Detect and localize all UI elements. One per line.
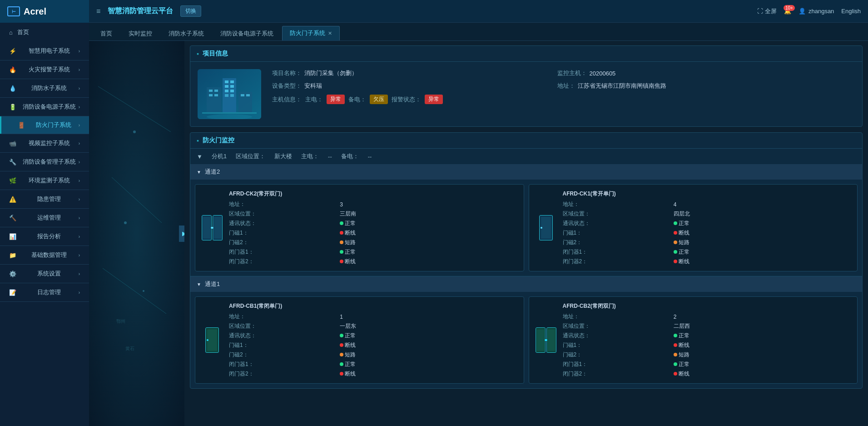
project-icon: ▪: [197, 50, 199, 57]
sidebar-group-header-7[interactable]: 🌿环境监测子系统›: [0, 171, 89, 190]
ck2-door1-label: 门磁1：: [229, 229, 334, 237]
sidebar-group-label-9: 运维管理: [37, 214, 61, 222]
sidebar-group-header-8[interactable]: ⚠️隐患管理›: [0, 190, 89, 208]
tab-close-icon[interactable]: ✕: [328, 30, 332, 36]
project-host-label: 监控主机：: [557, 69, 587, 77]
tab-home[interactable]: 首页: [93, 26, 120, 40]
language-button[interactable]: English: [841, 8, 861, 15]
alarm-label: 报警状态：: [392, 95, 421, 104]
svg-rect-15: [230, 90, 234, 92]
backup-badge: 欠压: [370, 95, 388, 104]
fullscreen-icon: ⛶: [757, 8, 763, 15]
device-card-cb1: AFRD-CB1(常闭单门) 地址： 1 区域位置： 一层东 通讯状态：: [195, 296, 524, 384]
svg-rect-17: [230, 94, 234, 97]
sidebar-group-header-9[interactable]: 🔨运维管理›: [0, 209, 89, 227]
sidebar-item-home[interactable]: ⌂ 首页: [0, 23, 89, 42]
bell-button[interactable]: 🔔 10+: [784, 8, 791, 15]
logo: ⊢ Acrel: [0, 0, 89, 23]
sidebar-group-header-4[interactable]: 🚪防火门子系统›: [0, 116, 89, 134]
sidebar-group-chevron-5: ›: [79, 141, 80, 146]
username: zhangsan: [808, 8, 834, 15]
sidebar-group-label-12: 系统设置: [37, 270, 61, 278]
sidebar-group-4: 🚪防火门子系统›: [0, 116, 89, 134]
sidebar-group-7: 🌿环境监测子系统›: [0, 171, 89, 190]
sidebar-group-icon-10: 📊: [9, 233, 16, 240]
sidebar-group-header-13[interactable]: 📝日志管理›: [0, 283, 89, 301]
home-label: 首页: [17, 28, 29, 36]
home-icon: ⌂: [9, 29, 13, 36]
device-icon-cb1: [201, 302, 223, 378]
tab-water[interactable]: 消防水子系统: [161, 26, 212, 40]
menu-icon[interactable]: ≡: [96, 7, 100, 15]
sidebar-group-11: 📁基础数据管理›: [0, 246, 89, 265]
sidebar-group-0: ⚡智慧用电子系统›: [0, 42, 89, 60]
sidebar-group-2: 💧消防水子系统›: [0, 79, 89, 98]
project-info-header: ▪ 项目信息: [190, 46, 862, 62]
channel-1: ▼ 通道1: [190, 276, 862, 388]
svg-line-2: [103, 268, 166, 314]
device-card-ck1: AFRD-CK1(常开单门) 地址： 4 区域位置： 四层北 通讯状态：: [529, 184, 858, 271]
tab-realtime[interactable]: 实时监控: [121, 26, 160, 40]
sidebar-group-label-5: 视频监控子系统: [29, 139, 70, 147]
sidebar-group-icon-4: 🚪: [18, 122, 25, 129]
single-open-door-icon: [537, 215, 555, 241]
branch-backup-label: 备电：: [341, 152, 359, 160]
sidebar-groups: ⚡智慧用电子系统›🔥火灾报警子系统›💧消防水子系统›🔋消防设备电源子系统›🚪防火…: [0, 42, 89, 302]
sidebar-group-header-10[interactable]: 📊报告分析›: [0, 227, 89, 246]
sidebar-group-icon-7: 🌿: [9, 177, 16, 184]
sidebar-group-10: 📊报告分析›: [0, 227, 89, 246]
content-area: ▶ 鄂州 黄石 ▪ 项目信息: [89, 41, 868, 426]
sidebar-group-header-3[interactable]: 🔋消防设备电源子系统›: [0, 98, 89, 116]
header-title: 智慧消防管理云平台: [108, 6, 173, 16]
ck2-door2: 短路: [340, 239, 434, 246]
tab-power[interactable]: 消防设备电源子系统: [213, 26, 281, 40]
channel-1-label: 通道1: [205, 280, 220, 288]
sidebar-group-label-6: 消防设备管理子系统: [23, 158, 76, 166]
device-icon-ck2: [201, 190, 223, 266]
channel-2-header[interactable]: ▼ 通道2: [190, 164, 862, 180]
tab-firedoor[interactable]: 防火门子系统 ✕: [282, 26, 340, 40]
sidebar-group-header-2[interactable]: 💧消防水子系统›: [0, 79, 89, 97]
branch-row[interactable]: ▼ 分机1 区域位置： 新大楼 主电： -- 备电： --: [190, 149, 862, 164]
project-device-label: 设备类型：: [272, 82, 302, 90]
sidebar-group-header-12[interactable]: ⚙️系统设置›: [0, 265, 89, 283]
ck2-door2-label: 门磁2：: [229, 239, 334, 246]
channel-1-content: AFRD-CB1(常闭单门) 地址： 1 区域位置： 一层东 通讯状态：: [190, 292, 862, 388]
sidebar-group-9: 🔨运维管理›: [0, 209, 89, 227]
monitoring-header: ▪ 防火门监控: [190, 133, 862, 149]
sidebar-group-chevron-7: ›: [79, 178, 80, 183]
fullscreen-button[interactable]: ⛶ 全屏: [757, 7, 777, 15]
svg-line-1: [112, 177, 162, 223]
sidebar-group-header-0[interactable]: ⚡智慧用电子系统›: [0, 42, 89, 60]
switch-button[interactable]: 切换: [180, 5, 201, 17]
host-info-label: 主机信息：: [272, 95, 302, 104]
sidebar-group-3: 🔋消防设备电源子系统›: [0, 98, 89, 116]
svg-rect-22: [214, 94, 218, 96]
channel-1-header[interactable]: ▼ 通道1: [190, 276, 862, 292]
sidebar-group-header-5[interactable]: 📹视频监控子系统›: [0, 134, 89, 152]
ck2-addr-label: 地址：: [229, 200, 334, 208]
logo-icon: ⊢: [7, 6, 20, 16]
svg-text:鄂州: 鄂州: [116, 319, 125, 324]
project-host-value: 20200605: [590, 70, 616, 77]
sidebar: ⊢ Acrel ⌂ 首页 ⚡智慧用电子系统›🔥火灾报警子系统›💧消防水子系统›🔋…: [0, 0, 89, 426]
project-title: 项目信息: [203, 50, 228, 58]
main-power-badge: 异常: [327, 95, 345, 104]
ck2-area-label: 区域位置：: [229, 210, 334, 218]
sidebar-group-header-6[interactable]: 🔧消防设备管理子系统›: [0, 153, 89, 171]
branch-main-value: --: [328, 153, 332, 160]
svg-point-35: [212, 227, 213, 229]
sidebar-group-header-11[interactable]: 📁基础数据管理›: [0, 246, 89, 264]
sidebar-group-icon-5: 📹: [9, 140, 16, 147]
sidebar-group-icon-0: ⚡: [9, 48, 16, 55]
svg-rect-23: [238, 92, 252, 112]
sidebar-group-chevron-6: ›: [79, 160, 80, 165]
project-name-label: 项目名称：: [272, 69, 302, 77]
svg-rect-33: [214, 217, 221, 239]
sidebar-toggle-button[interactable]: ▶: [179, 226, 184, 242]
sidebar-group-header-1[interactable]: 🔥火灾报警子系统›: [0, 60, 89, 79]
branch-area-value: 新大楼: [274, 152, 292, 160]
monitoring-section: ▪ 防火门监控 ▼ 分机1 区域位置： 新大楼 主电： -- 备电： --: [190, 132, 863, 389]
svg-rect-16: [225, 94, 228, 97]
user-menu[interactable]: 👤 zhangsan: [799, 8, 834, 15]
